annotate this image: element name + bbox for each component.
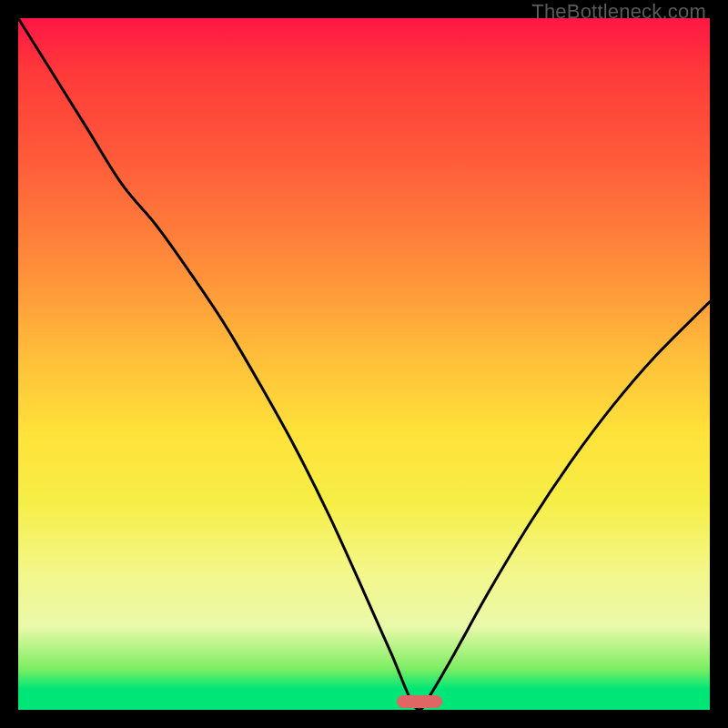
optimal-marker [397,695,442,708]
plot-area [18,18,710,710]
curve-svg [18,18,710,710]
bottleneck-curve [18,18,710,710]
chart-frame: TheBottleneck.com [0,0,728,728]
